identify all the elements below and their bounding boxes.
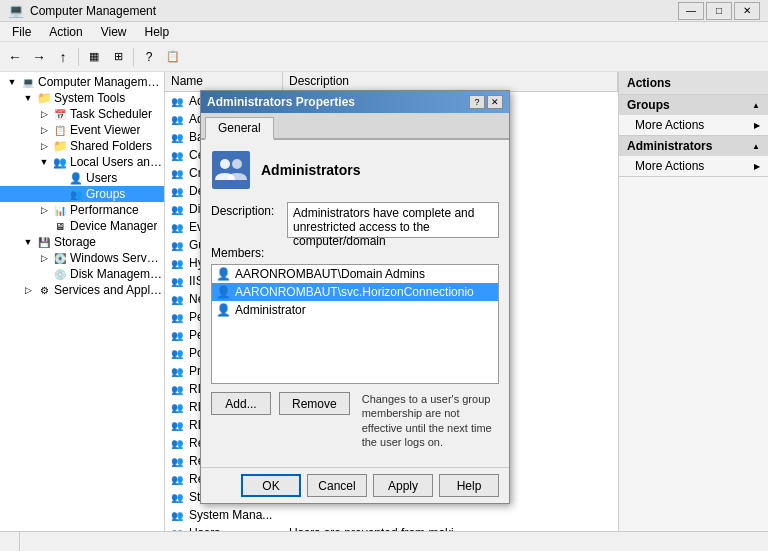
tree-item-disk-management[interactable]: 💿 Disk Management bbox=[0, 266, 164, 282]
actions-title: Actions bbox=[619, 72, 768, 95]
row-icon: 👥 bbox=[169, 472, 185, 486]
menu-action[interactable]: Action bbox=[41, 23, 90, 41]
toolbar-forward[interactable]: → bbox=[28, 46, 50, 68]
col-desc: Description bbox=[283, 72, 618, 91]
modal-close-button[interactable]: ✕ bbox=[487, 95, 503, 109]
menu-view[interactable]: View bbox=[93, 23, 135, 41]
toolbar: ← → ↑ ▦ ⊞ ? 📋 bbox=[0, 42, 768, 72]
tree-item-system-tools[interactable]: ▼ 📁 System Tools bbox=[0, 90, 164, 106]
tree-label: Computer Management (Local bbox=[36, 75, 164, 89]
row-icon: 👥 bbox=[169, 310, 185, 324]
menu-help[interactable]: Help bbox=[137, 23, 178, 41]
row-icon: 👥 bbox=[169, 418, 185, 432]
tree-item-shared-folders[interactable]: ▷ 📁 Shared Folders bbox=[0, 138, 164, 154]
backup-icon: 💽 bbox=[52, 251, 68, 265]
tree-item-groups[interactable]: 👥 Groups bbox=[0, 186, 164, 202]
computer-icon: 💻 bbox=[20, 75, 36, 89]
row-icon: 👥 bbox=[169, 94, 185, 108]
toolbar-export[interactable]: 📋 bbox=[162, 46, 184, 68]
expand-icon: ▼ bbox=[20, 237, 36, 247]
tree-label: Device Manager bbox=[68, 219, 157, 233]
event-icon: 📋 bbox=[52, 123, 68, 137]
folder-icon: 📁 bbox=[36, 91, 52, 105]
help-button[interactable]: Help bbox=[439, 474, 499, 497]
groups-more-actions[interactable]: More Actions ▶ bbox=[619, 115, 768, 135]
close-button[interactable]: ✕ bbox=[734, 2, 760, 20]
list-row[interactable]: 👥 Users Users are prevented from maki... bbox=[165, 524, 618, 531]
tree-item-task-scheduler[interactable]: ▷ 📅 Task Scheduler bbox=[0, 106, 164, 122]
tree-item-performance[interactable]: ▷ 📊 Performance bbox=[0, 202, 164, 218]
expand-icon: ▷ bbox=[36, 141, 52, 151]
add-remove-row: Add... Remove Changes to a user's group … bbox=[211, 392, 499, 449]
actions-section-groups-header[interactable]: Groups ▲ bbox=[619, 95, 768, 115]
expand-icon: ▷ bbox=[20, 285, 36, 295]
row-desc: Users are prevented from maki... bbox=[289, 526, 614, 531]
perf-icon: 📊 bbox=[52, 203, 68, 217]
groups-section-label: Groups bbox=[627, 98, 670, 112]
actions-section-admin-header[interactable]: Administrators ▲ bbox=[619, 136, 768, 156]
tree-item-local-users-groups[interactable]: ▼ 👥 Local Users and Groups bbox=[0, 154, 164, 170]
remove-button[interactable]: Remove bbox=[279, 392, 350, 415]
description-field-row: Description: Administrators have complet… bbox=[211, 202, 499, 238]
tree-item-windows-backup[interactable]: ▷ 💽 Windows Server Backu... bbox=[0, 250, 164, 266]
tree-label: Disk Management bbox=[68, 267, 164, 281]
maximize-button[interactable]: □ bbox=[706, 2, 732, 20]
add-button[interactable]: Add... bbox=[211, 392, 271, 415]
group-icon-large bbox=[211, 150, 251, 190]
chevron-right-icon: ▶ bbox=[754, 121, 760, 130]
member-icon: 👤 bbox=[216, 267, 231, 281]
administrators-properties-dialog: Administrators Properties ? ✕ General bbox=[200, 90, 510, 504]
tree-panel: ▼ 💻 Computer Management (Local ▼ 📁 Syste… bbox=[0, 72, 165, 531]
expand-icon: ▷ bbox=[36, 109, 52, 119]
toolbar-back[interactable]: ← bbox=[4, 46, 26, 68]
ok-button[interactable]: OK bbox=[241, 474, 301, 497]
row-icon: 👥 bbox=[169, 274, 185, 288]
status-section bbox=[4, 532, 20, 551]
row-icon: 👥 bbox=[169, 292, 185, 306]
admin-more-actions[interactable]: More Actions ▶ bbox=[619, 156, 768, 176]
member-item[interactable]: 👤 AARONROMBAUT\Domain Admins bbox=[212, 265, 498, 283]
row-icon: 👥 bbox=[169, 328, 185, 342]
tree-item-users[interactable]: 👤 Users bbox=[0, 170, 164, 186]
toolbar-up[interactable]: ↑ bbox=[52, 46, 74, 68]
member-item[interactable]: 👤 AARONROMBAUT\svc.HorizonConnectionio bbox=[212, 283, 498, 301]
description-value[interactable]: Administrators have complete and unrestr… bbox=[287, 202, 499, 238]
expand-icon: ▼ bbox=[36, 157, 52, 167]
task-icon: 📅 bbox=[52, 107, 68, 121]
tree-item-event-viewer[interactable]: ▷ 📋 Event Viewer bbox=[0, 122, 164, 138]
expand-icon: ▼ bbox=[4, 77, 20, 87]
tree-item-computer-management[interactable]: ▼ 💻 Computer Management (Local bbox=[0, 74, 164, 90]
actions-section-administrators: Administrators ▲ More Actions ▶ bbox=[619, 136, 768, 177]
list-header: Name Description bbox=[165, 72, 618, 92]
expand-icon: ▷ bbox=[36, 253, 52, 263]
tab-general[interactable]: General bbox=[205, 117, 274, 140]
modal-help-button[interactable]: ? bbox=[469, 95, 485, 109]
toolbar-show-hide[interactable]: ▦ bbox=[83, 46, 105, 68]
svg-point-1 bbox=[232, 159, 242, 169]
members-list[interactable]: 👤 AARONROMBAUT\Domain Admins 👤 AARONROMB… bbox=[211, 264, 499, 384]
member-icon: 👤 bbox=[216, 303, 231, 317]
tree-item-services[interactable]: ▷ ⚙ Services and Applications bbox=[0, 282, 164, 298]
admin-section-label: Administrators bbox=[627, 139, 712, 153]
menu-file[interactable]: File bbox=[4, 23, 39, 41]
tree-item-device-manager[interactable]: 🖥 Device Manager bbox=[0, 218, 164, 234]
row-icon: 👥 bbox=[169, 256, 185, 270]
row-icon: 👥 bbox=[169, 490, 185, 504]
cancel-button[interactable]: Cancel bbox=[307, 474, 367, 497]
list-row[interactable]: 👥 System Mana... bbox=[165, 506, 618, 524]
status-bar bbox=[0, 531, 768, 551]
group-name: Administrators bbox=[261, 162, 361, 178]
tree-item-storage[interactable]: ▼ 💾 Storage bbox=[0, 234, 164, 250]
member-item[interactable]: 👤 Administrator bbox=[212, 301, 498, 319]
toolbar-help[interactable]: ? bbox=[138, 46, 160, 68]
folder-icon: 📁 bbox=[52, 139, 68, 153]
tree-label: Local Users and Groups bbox=[68, 155, 164, 169]
toolbar-icon[interactable]: ⊞ bbox=[107, 46, 129, 68]
apply-button[interactable]: Apply bbox=[373, 474, 433, 497]
description-label: Description: bbox=[211, 202, 281, 218]
modal-title: Administrators Properties bbox=[207, 95, 355, 109]
tree-label: Shared Folders bbox=[68, 139, 152, 153]
more-actions-label: More Actions bbox=[635, 159, 704, 173]
minimize-button[interactable]: — bbox=[678, 2, 704, 20]
title-bar-controls: — □ ✕ bbox=[678, 2, 760, 20]
